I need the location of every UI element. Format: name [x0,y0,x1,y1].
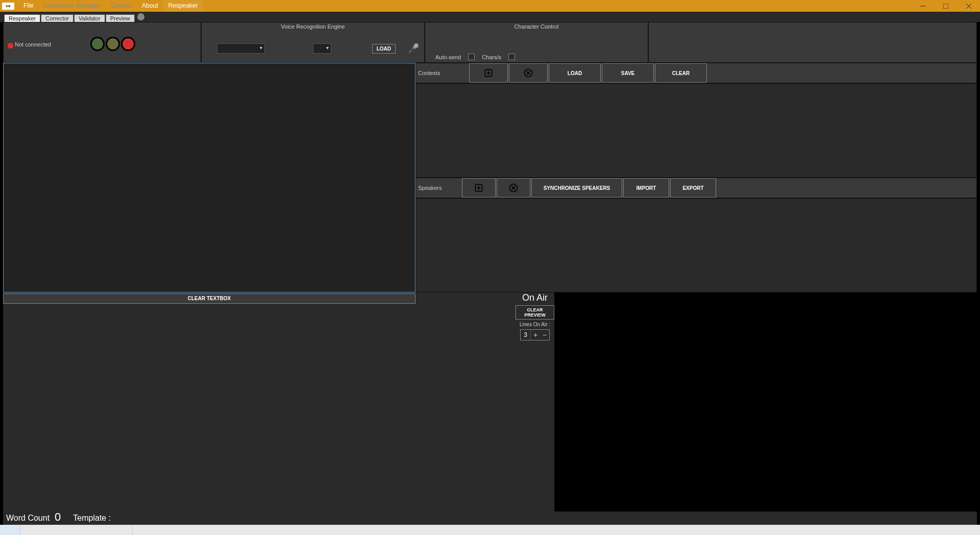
speakers-label: Speakers [416,185,462,191]
contexts-remove-button[interactable] [509,63,548,83]
on-air-title: On Air [516,293,554,303]
app-logo: cs [2,3,14,10]
contexts-label: Contexts [416,70,469,76]
auto-send-label: Auto-send [435,54,461,60]
title-bar: cs File Connection Manager Options About… [0,0,980,12]
footer-status: Word Count 0 Template : [6,510,111,524]
auto-send-checkbox[interactable] [468,54,475,60]
lines-on-air-stepper: 3 + − [520,329,550,341]
menu-file[interactable]: File [18,0,38,12]
chars-s-checkbox[interactable] [508,54,515,60]
app-body: Not connected Voice Recognition Engine L… [3,22,977,525]
microphone-icon[interactable]: 🎤 [408,43,419,54]
app-title: Respeaker [163,0,203,12]
template-label: Template : [73,514,111,523]
chars-s-label: Chars/s [482,54,501,60]
tab-respeaker[interactable]: Respeaker [4,14,40,22]
status-indicator-icon [8,43,13,48]
speakers-remove-button[interactable] [497,178,530,198]
vre-load-button[interactable]: LOAD [372,44,396,54]
vre-title: Voice Recognition Engine [202,22,424,30]
signal-red-icon[interactable] [121,37,135,51]
contexts-save-button[interactable]: SAVE [602,63,654,83]
tab-corrector[interactable]: Corrector [41,14,74,22]
preview-area [554,293,977,512]
contexts-add-button[interactable] [469,63,508,83]
voice-recognition-panel: Voice Recognition Engine LOAD 🎤 [201,22,425,63]
contexts-list[interactable] [415,83,977,178]
speakers-add-button[interactable] [462,178,496,198]
tab-validator[interactable]: Validator [74,14,105,22]
window-close-button[interactable] [957,0,980,12]
main-textbox[interactable] [3,63,415,293]
tab-strip: Respeaker Corrector Validator Preview [0,12,980,22]
cc-title: Character Control [425,22,648,30]
menu-connection-manager[interactable]: Connection Manager [38,0,105,12]
contexts-load-button[interactable]: LOAD [549,63,601,83]
word-count-label: Word Count [6,514,50,523]
vre-lang-select[interactable] [313,43,331,54]
tab-preview[interactable]: Preview [106,14,135,22]
lines-decrement-button[interactable]: − [540,330,549,340]
signal-yellow-icon[interactable] [106,37,120,51]
signal-green-icon[interactable] [90,37,105,51]
window-minimize-button[interactable] [911,0,934,12]
tab-close-icon[interactable] [137,13,144,20]
svg-rect-1 [943,4,948,9]
connection-status-panel: Not connected [3,22,201,63]
window-maximize-button[interactable] [934,0,957,12]
word-count-value: 0 [55,510,61,524]
menu-options[interactable]: Options [106,0,137,12]
lines-increment-button[interactable]: + [531,330,540,340]
character-control-panel: Character Control Auto-send Chars/s [425,22,648,63]
clear-preview-button[interactable]: CLEAR PREVIEW [516,305,554,320]
vre-engine-select[interactable] [217,43,265,54]
speakers-list[interactable] [415,198,977,293]
on-air-panel: On Air CLEAR PREVIEW Lines On Air : 3 + … [516,293,554,341]
speakers-sync-button[interactable]: SYNCHRONIZE SPEAKERS [531,178,622,198]
status-text: Not connected [15,41,51,47]
lines-on-air-value: 3 [521,330,531,340]
menu-about[interactable]: About [137,0,163,12]
blank-panel [648,22,977,63]
clear-textbox-button[interactable]: CLEAR TEXTBOX [3,294,415,304]
speakers-import-button[interactable]: IMPORT [623,178,669,198]
speakers-export-button[interactable]: EXPORT [670,178,716,198]
os-taskbar[interactable] [0,525,980,535]
lines-on-air-label: Lines On Air : [516,322,554,327]
contexts-clear-button[interactable]: CLEAR [655,63,707,83]
